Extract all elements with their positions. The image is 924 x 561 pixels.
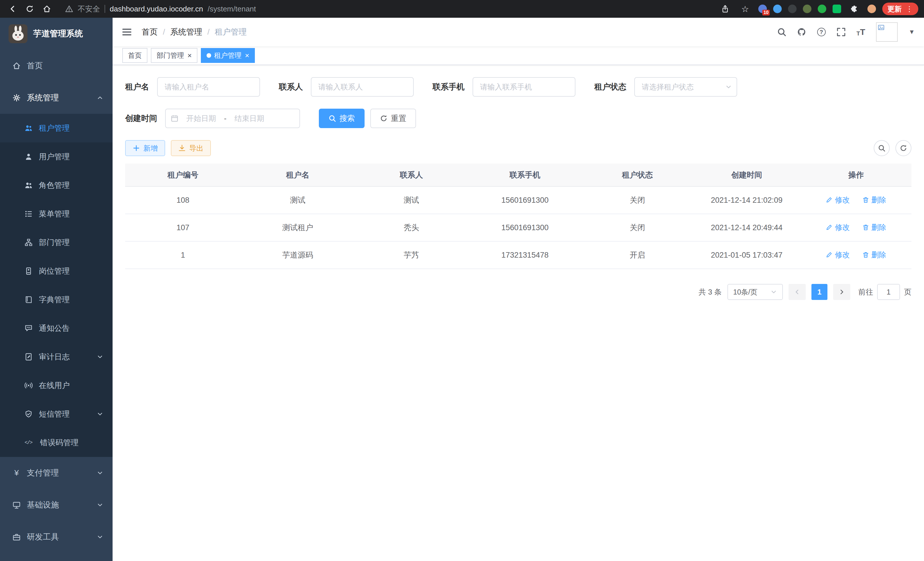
goto-page-input[interactable] [877, 284, 900, 300]
contact-input[interactable] [311, 77, 414, 97]
search-button[interactable]: 搜索 [319, 109, 364, 128]
delete-button[interactable]: 删除 [862, 195, 886, 205]
toggle-search-button[interactable] [874, 140, 890, 156]
edit-button[interactable]: 修改 [826, 195, 850, 205]
sidebar-item-home[interactable]: 首页 [0, 50, 112, 82]
fullscreen-icon[interactable] [837, 27, 846, 37]
search-form-row-1: 租户名 联系人 联系手机 租户状态 [125, 77, 911, 97]
page-number-1[interactable]: 1 [812, 284, 827, 300]
code-icon: </> [25, 440, 34, 445]
start-date-input[interactable] [181, 114, 222, 123]
tenant-status-label: 租户状态 [594, 81, 626, 92]
status-text: 关闭 [582, 214, 693, 241]
close-tab-icon[interactable]: × [245, 52, 249, 59]
pagination: 共 3 条 10条/页 1 前往 页 [125, 284, 911, 300]
sidebar-item-payment[interactable]: ¥ 支付管理 [0, 457, 112, 489]
sidebar-item-dept[interactable]: 部门管理 [0, 228, 112, 257]
extension-icon-3[interactable] [788, 5, 796, 13]
breadcrumb-separator: / [207, 27, 210, 37]
app-logo[interactable]: 芋道管理系统 [0, 18, 112, 50]
sidebar-item-dict[interactable]: 字典管理 [0, 285, 112, 314]
extension-icon-4[interactable] [803, 5, 812, 13]
extension-icon-5[interactable] [818, 5, 826, 13]
breadcrumb-system: 系统管理 [170, 27, 202, 38]
profile-avatar[interactable] [867, 5, 876, 13]
sidebar-item-infra[interactable]: 基础设施 [0, 489, 112, 521]
chevron-down-icon [97, 534, 104, 540]
sidebar-item-online-user[interactable]: 在线用户 [0, 371, 112, 400]
user-icon [25, 153, 33, 161]
browser-update-button[interactable]: 更新 ⋮ [882, 3, 918, 15]
tenant-name-input[interactable] [157, 77, 260, 97]
sidebar-item-system[interactable]: 系统管理 [0, 82, 112, 114]
status-text: 关闭 [582, 186, 693, 214]
extension-icon-6[interactable] [832, 5, 841, 13]
address-bar[interactable]: 不安全 dashboard.yudao.iocoder.cn/system/te… [65, 4, 715, 14]
delete-button[interactable]: 删除 [862, 250, 886, 260]
end-date-input[interactable] [229, 114, 270, 123]
extension-icon-1[interactable]: 10 [758, 5, 767, 13]
navbar-actions: ? TT ▼ [777, 22, 915, 42]
edit-button[interactable]: 修改 [826, 223, 850, 232]
sidebar-item-notice[interactable]: 通知公告 [0, 314, 112, 343]
book-icon [25, 296, 33, 304]
total-count: 共 3 条 [699, 287, 722, 297]
chevron-down-icon [97, 502, 104, 508]
export-button[interactable]: 导出 [171, 140, 211, 156]
edit-button[interactable]: 修改 [826, 250, 850, 260]
sidebar-item-post[interactable]: 岗位管理 [0, 257, 112, 285]
back-button[interactable] [6, 2, 20, 16]
home-button[interactable] [40, 2, 54, 16]
sidebar-item-user[interactable]: 用户管理 [0, 142, 112, 171]
gear-icon [13, 94, 21, 102]
sidebar-item-role[interactable]: 角色管理 [0, 171, 112, 200]
update-label: 更新 [887, 4, 902, 14]
page-size-select[interactable]: 10条/页 [728, 284, 783, 300]
delete-button[interactable]: 删除 [862, 223, 886, 232]
sidebar-item-sms[interactable]: 短信管理 [0, 400, 112, 428]
reset-button[interactable]: 重置 [370, 109, 416, 128]
add-button[interactable]: 新增 [125, 140, 165, 156]
share-icon[interactable] [718, 2, 732, 16]
refresh-table-button[interactable] [896, 140, 911, 156]
col-contact: 联系人 [355, 164, 468, 186]
sidebar-item-audit-log[interactable]: 审计日志 [0, 343, 112, 371]
sidebar: 芋道管理系统 首页 系统管理 租户管理 用户管理 [0, 18, 112, 561]
signal-icon [25, 381, 33, 390]
search-icon[interactable] [777, 27, 786, 37]
tab-tenant[interactable]: 租户管理 × [201, 48, 255, 63]
github-icon[interactable] [797, 27, 806, 37]
avatar[interactable] [876, 22, 898, 42]
tab-dept[interactable]: 部门管理 × [151, 48, 197, 63]
refresh-button[interactable] [23, 2, 37, 16]
extension-icon-2[interactable] [773, 5, 782, 13]
breadcrumb: 首页 / 系统管理 / 租户管理 [142, 27, 247, 38]
url-path: /system/tenant [208, 5, 256, 14]
tenant-status-select[interactable] [634, 77, 737, 97]
tenant-table: 租户编号 租户名 联系人 联系手机 租户状态 创建时间 操作 108 测试 测试 [125, 164, 911, 269]
sidebar-item-menu[interactable]: 菜单管理 [0, 200, 112, 228]
sidebar-item-error-code[interactable]: </> 错误码管理 [0, 428, 112, 457]
col-actions: 操作 [801, 164, 911, 186]
browser-menu-icon: ⋮ [906, 5, 913, 14]
extensions-puzzle-icon[interactable] [848, 2, 861, 16]
sidebar-item-tenant[interactable]: 租户管理 [0, 114, 112, 142]
next-page-button[interactable] [833, 284, 850, 300]
close-tab-icon[interactable]: × [188, 52, 192, 59]
trash-icon [862, 196, 869, 203]
help-icon[interactable]: ? [817, 28, 826, 36]
role-icon [25, 181, 33, 189]
sidebar-item-devtools[interactable]: 研发工具 [0, 521, 112, 553]
contact-phone-input[interactable] [472, 77, 575, 97]
chevron-down-icon [97, 353, 104, 360]
prev-page-button[interactable] [789, 284, 806, 300]
bookmark-star-icon[interactable]: ☆ [738, 2, 752, 16]
url-host: dashboard.yudao.iocoder.cn [110, 5, 203, 14]
create-time-range-picker[interactable]: - [165, 109, 300, 128]
browser-chrome: 不安全 dashboard.yudao.iocoder.cn/system/te… [0, 0, 924, 18]
breadcrumb-home[interactable]: 首页 [142, 27, 158, 38]
font-size-icon[interactable]: TT [856, 28, 866, 36]
caret-down-icon[interactable]: ▼ [909, 28, 915, 36]
sidebar-toggle[interactable] [122, 27, 132, 37]
tab-home[interactable]: 首页 [122, 48, 147, 63]
